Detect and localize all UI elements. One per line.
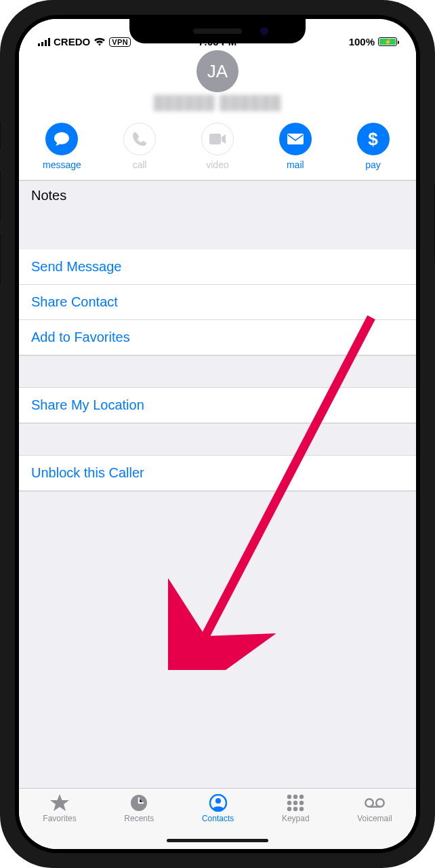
tab-label: Contacts [202, 814, 234, 823]
svg-point-12 [299, 795, 304, 799]
battery-pct-label: 100% [349, 36, 375, 47]
section-gap [19, 355, 416, 388]
message-icon [45, 123, 78, 155]
keypad-icon [285, 794, 306, 812]
svg-point-20 [376, 799, 384, 806]
tab-voicemail[interactable]: Voicemail [357, 794, 392, 823]
pay-label: pay [365, 159, 381, 170]
tab-keypad[interactable]: Keypad [282, 794, 310, 823]
svg-point-13 [287, 801, 291, 805]
svg-point-10 [287, 795, 291, 799]
pay-icon: $ [357, 123, 390, 155]
svg-point-15 [299, 801, 304, 805]
svg-point-17 [293, 807, 297, 811]
section-gap [19, 491, 416, 572]
mail-button[interactable]: mail [264, 123, 327, 170]
vpn-badge: VPN [109, 37, 131, 47]
video-icon [201, 123, 234, 155]
tab-label: Voicemail [357, 814, 392, 823]
share-location-cell[interactable]: Share My Location [19, 388, 416, 423]
phone-frame: CREDO VPN 7:05 PM 100% ⚡ [0, 0, 435, 868]
mail-icon [279, 123, 312, 155]
svg-rect-0 [38, 43, 40, 46]
notes-cell[interactable]: Notes [19, 180, 416, 250]
send-message-cell[interactable]: Send Message [19, 250, 416, 285]
svg-rect-5 [287, 134, 304, 144]
svg-rect-4 [209, 134, 221, 144]
message-label: message [43, 159, 81, 170]
section-gap [19, 423, 416, 456]
avatar-initials: JA [207, 61, 228, 82]
svg-rect-2 [45, 40, 47, 46]
contact-icon [208, 794, 228, 812]
wifi-icon [94, 37, 106, 46]
svg-point-19 [365, 799, 373, 806]
contact-name: ██████ ██████ [19, 95, 416, 111]
speaker-grille [193, 28, 242, 34]
svg-point-9 [215, 798, 221, 804]
volume-up-button [0, 171, 1, 222]
tab-label: Favorites [43, 814, 76, 823]
call-label: call [133, 159, 147, 170]
avatar[interactable]: JA [196, 50, 239, 92]
notes-label: Notes [31, 188, 66, 203]
silence-switch [0, 122, 1, 149]
svg-point-16 [287, 807, 291, 811]
svg-rect-3 [48, 38, 50, 46]
star-icon [49, 794, 70, 812]
pay-button[interactable]: $ pay [342, 123, 405, 170]
call-button[interactable]: call [108, 123, 171, 170]
dollar-symbol: $ [368, 129, 377, 150]
video-label: video [206, 159, 228, 170]
mail-label: mail [287, 159, 304, 170]
svg-point-18 [299, 807, 304, 811]
contact-header: JA ██████ ██████ [19, 50, 416, 116]
message-button[interactable]: message [30, 123, 93, 170]
signal-icon [38, 38, 50, 46]
voicemail-icon [365, 794, 385, 812]
unblock-caller-cell[interactable]: Unblock this Caller [19, 456, 416, 491]
svg-point-11 [293, 795, 297, 799]
tab-label: Recents [124, 814, 154, 823]
front-camera [260, 27, 268, 35]
tab-label: Keypad [282, 814, 310, 823]
tab-recents[interactable]: Recents [124, 794, 154, 823]
clock-icon [129, 794, 149, 812]
battery-icon: ⚡ [378, 37, 397, 46]
video-button[interactable]: video [186, 123, 249, 170]
tab-contacts[interactable]: Contacts [202, 794, 234, 823]
volume-down-button [0, 234, 1, 285]
svg-rect-1 [41, 42, 43, 46]
share-contact-cell[interactable]: Share Contact [19, 285, 416, 320]
home-indicator[interactable] [167, 839, 268, 842]
tab-bar: Favorites Recents Contacts [19, 788, 416, 849]
quick-actions-row: message call video [19, 116, 416, 180]
add-to-favorites-cell[interactable]: Add to Favorites [19, 320, 416, 355]
notch [129, 19, 306, 43]
carrier-label: CREDO [54, 36, 90, 47]
screen: CREDO VPN 7:05 PM 100% ⚡ [19, 19, 416, 849]
tab-favorites[interactable]: Favorites [43, 794, 76, 823]
phone-icon [123, 123, 156, 155]
svg-point-14 [293, 801, 297, 805]
